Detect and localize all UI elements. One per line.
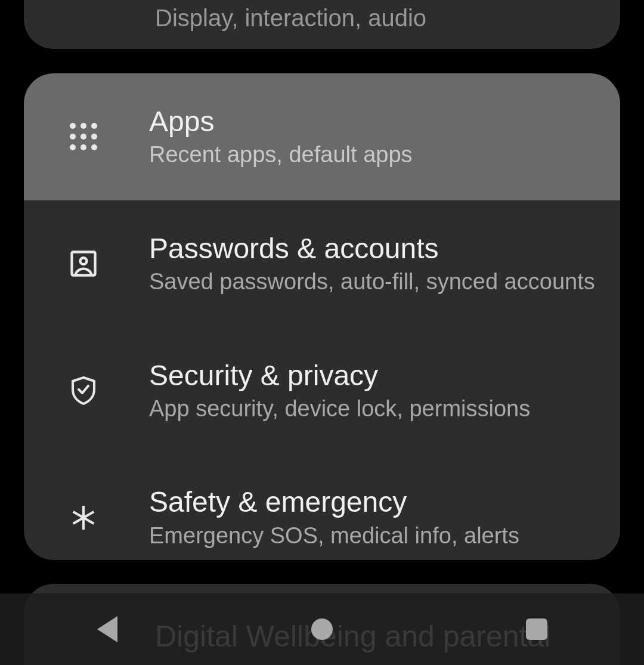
settings-card-group: Apps Recent apps, default apps Passwords… xyxy=(24,73,620,560)
row-title: Safety & emergency xyxy=(149,485,519,518)
account-box-icon xyxy=(60,240,107,287)
row-subtitle: Saved passwords, auto-fill, synced accou… xyxy=(149,268,595,296)
nav-back-button[interactable] xyxy=(48,593,167,665)
nav-recent-button[interactable] xyxy=(477,593,596,665)
recent-square-icon xyxy=(526,618,547,640)
settings-card-accessibility[interactable]: Display, interaction, audio xyxy=(24,0,620,49)
row-text: Security & privacy App security, device … xyxy=(149,359,530,423)
row-subtitle: App security, device lock, permissions xyxy=(149,395,530,423)
settings-screen: Display, interaction, audio Apps Recent … xyxy=(0,0,644,665)
row-title: Passwords & accounts xyxy=(149,232,595,265)
settings-row-apps[interactable]: Apps Recent apps, default apps xyxy=(24,73,620,200)
back-triangle-icon xyxy=(97,616,117,642)
row-title: Apps xyxy=(149,105,413,138)
settings-row-passwords-accounts[interactable]: Passwords & accounts Saved passwords, au… xyxy=(24,200,620,327)
settings-row-safety-emergency[interactable]: Safety & emergency Emergency SOS, medica… xyxy=(24,454,620,560)
row-title: Security & privacy xyxy=(149,359,530,392)
svg-point-1 xyxy=(80,258,87,264)
home-circle-icon xyxy=(311,618,333,640)
row-text: Passwords & accounts Saved passwords, au… xyxy=(149,232,595,296)
system-nav-bar xyxy=(0,593,644,665)
row-subtitle: Recent apps, default apps xyxy=(149,141,413,169)
shield-check-icon xyxy=(60,367,107,415)
row-subtitle: Emergency SOS, medical info, alerts xyxy=(149,522,519,550)
apps-grid-icon xyxy=(60,113,107,160)
nav-home-button[interactable] xyxy=(262,593,382,665)
medical-asterisk-icon xyxy=(60,494,107,542)
row-text: Safety & emergency Emergency SOS, medica… xyxy=(149,485,519,549)
card-subtitle: Display, interaction, audio xyxy=(155,4,620,32)
row-text: Apps Recent apps, default apps xyxy=(149,105,413,169)
settings-row-security-privacy[interactable]: Security & privacy App security, device … xyxy=(24,327,620,454)
